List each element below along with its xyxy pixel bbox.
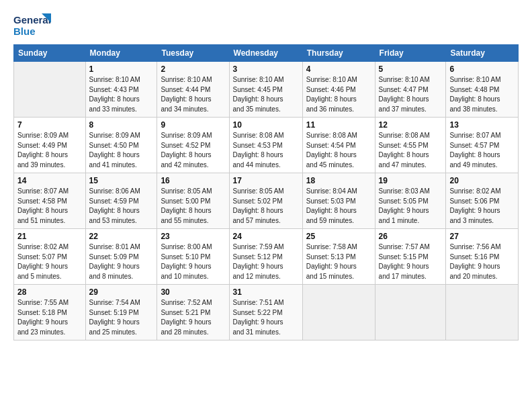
calendar-cell <box>302 285 375 340</box>
day-info: Sunrise: 8:10 AMSunset: 4:46 PMDaylight:… <box>306 75 371 114</box>
day-number: 19 <box>379 176 443 185</box>
day-info: Sunrise: 8:09 AMSunset: 4:49 PMDaylight:… <box>17 131 82 170</box>
day-info: Sunrise: 8:08 AMSunset: 4:54 PMDaylight:… <box>306 131 371 170</box>
day-info: Sunrise: 7:58 AMSunset: 5:13 PMDaylight:… <box>306 242 371 281</box>
day-info: Sunrise: 8:02 AMSunset: 5:06 PMDaylight:… <box>449 187 515 226</box>
day-number: 14 <box>17 176 82 185</box>
day-info: Sunrise: 8:05 AMSunset: 5:02 PMDaylight:… <box>233 187 299 226</box>
day-number: 27 <box>449 232 515 241</box>
calendar-cell <box>375 285 446 340</box>
day-info: Sunrise: 8:08 AMSunset: 4:55 PMDaylight:… <box>379 131 443 170</box>
day-info: Sunrise: 7:57 AMSunset: 5:15 PMDaylight:… <box>379 242 443 281</box>
calendar-table: SundayMondayTuesdayWednesdayThursdayFrid… <box>13 44 519 340</box>
calendar-cell: 18Sunrise: 8:04 AMSunset: 5:03 PMDayligh… <box>302 173 375 229</box>
calendar-cell: 19Sunrise: 8:03 AMSunset: 5:05 PMDayligh… <box>375 173 446 229</box>
calendar-cell: 15Sunrise: 8:06 AMSunset: 4:59 PMDayligh… <box>85 173 157 229</box>
day-number: 6 <box>449 64 515 74</box>
page-container: GeneralBlue SundayMondayTuesdayWednesday… <box>0 0 532 347</box>
day-info: Sunrise: 8:10 AMSunset: 4:48 PMDaylight:… <box>449 75 515 114</box>
day-number: 4 <box>306 64 371 74</box>
day-number: 2 <box>161 64 225 74</box>
day-number: 26 <box>379 232 443 241</box>
logo-svg: GeneralBlue <box>13 12 54 39</box>
calendar-cell: 17Sunrise: 8:05 AMSunset: 5:02 PMDayligh… <box>229 173 302 229</box>
calendar-cell: 28Sunrise: 7:55 AMSunset: 5:18 PMDayligh… <box>14 285 86 340</box>
calendar-cell: 2Sunrise: 8:10 AMSunset: 4:44 PMDaylight… <box>157 62 229 118</box>
col-header-thursday: Thursday <box>302 45 375 62</box>
day-number: 9 <box>161 120 225 130</box>
day-number: 13 <box>449 120 515 130</box>
day-number: 29 <box>89 287 154 297</box>
week-row-1: 1Sunrise: 8:10 AMSunset: 4:43 PMDaylight… <box>14 62 519 118</box>
calendar-cell: 29Sunrise: 7:54 AMSunset: 5:19 PMDayligh… <box>85 285 157 340</box>
calendar-cell: 12Sunrise: 8:08 AMSunset: 4:55 PMDayligh… <box>375 118 446 173</box>
day-info: Sunrise: 8:00 AMSunset: 5:10 PMDaylight:… <box>161 242 225 281</box>
day-info: Sunrise: 8:09 AMSunset: 4:52 PMDaylight:… <box>161 131 225 170</box>
day-info: Sunrise: 8:03 AMSunset: 5:05 PMDaylight:… <box>379 187 443 226</box>
day-number: 7 <box>17 120 82 130</box>
calendar-cell: 8Sunrise: 8:09 AMSunset: 4:50 PMDaylight… <box>85 118 157 173</box>
day-info: Sunrise: 7:55 AMSunset: 5:18 PMDaylight:… <box>17 298 82 337</box>
day-number: 23 <box>161 232 225 241</box>
day-info: Sunrise: 8:05 AMSunset: 5:00 PMDaylight:… <box>161 187 225 226</box>
calendar-cell: 26Sunrise: 7:57 AMSunset: 5:15 PMDayligh… <box>375 229 446 285</box>
day-info: Sunrise: 8:10 AMSunset: 4:45 PMDaylight:… <box>233 75 299 114</box>
calendar-cell: 20Sunrise: 8:02 AMSunset: 5:06 PMDayligh… <box>446 173 519 229</box>
day-number: 21 <box>17 232 82 241</box>
col-header-saturday: Saturday <box>446 45 519 62</box>
day-number: 11 <box>306 120 371 130</box>
calendar-cell: 1Sunrise: 8:10 AMSunset: 4:43 PMDaylight… <box>85 62 157 118</box>
day-info: Sunrise: 7:54 AMSunset: 5:19 PMDaylight:… <box>89 298 154 337</box>
header-row: SundayMondayTuesdayWednesdayThursdayFrid… <box>14 45 519 62</box>
calendar-cell: 30Sunrise: 7:52 AMSunset: 5:21 PMDayligh… <box>157 285 229 340</box>
col-header-tuesday: Tuesday <box>157 45 229 62</box>
day-info: Sunrise: 8:06 AMSunset: 4:59 PMDaylight:… <box>89 187 154 226</box>
calendar-cell: 16Sunrise: 8:05 AMSunset: 5:00 PMDayligh… <box>157 173 229 229</box>
logo: GeneralBlue <box>13 12 54 39</box>
day-info: Sunrise: 8:10 AMSunset: 4:47 PMDaylight:… <box>379 75 443 114</box>
day-number: 5 <box>379 64 443 74</box>
calendar-cell: 25Sunrise: 7:58 AMSunset: 5:13 PMDayligh… <box>302 229 375 285</box>
header: GeneralBlue <box>13 12 519 39</box>
day-info: Sunrise: 8:07 AMSunset: 4:58 PMDaylight:… <box>17 187 82 226</box>
calendar-cell: 3Sunrise: 8:10 AMSunset: 4:45 PMDaylight… <box>229 62 302 118</box>
day-number: 25 <box>306 232 371 241</box>
col-header-monday: Monday <box>85 45 157 62</box>
day-info: Sunrise: 8:02 AMSunset: 5:07 PMDaylight:… <box>17 242 82 281</box>
week-row-4: 21Sunrise: 8:02 AMSunset: 5:07 PMDayligh… <box>14 229 519 285</box>
day-number: 16 <box>161 176 225 185</box>
calendar-cell: 24Sunrise: 7:59 AMSunset: 5:12 PMDayligh… <box>229 229 302 285</box>
day-number: 30 <box>161 287 225 297</box>
calendar-cell: 21Sunrise: 8:02 AMSunset: 5:07 PMDayligh… <box>14 229 86 285</box>
calendar-cell: 6Sunrise: 8:10 AMSunset: 4:48 PMDaylight… <box>446 62 519 118</box>
calendar-cell: 7Sunrise: 8:09 AMSunset: 4:49 PMDaylight… <box>14 118 86 173</box>
col-header-wednesday: Wednesday <box>229 45 302 62</box>
calendar-cell: 13Sunrise: 8:07 AMSunset: 4:57 PMDayligh… <box>446 118 519 173</box>
day-number: 28 <box>17 287 82 297</box>
calendar-cell <box>446 285 519 340</box>
calendar-cell: 22Sunrise: 8:01 AMSunset: 5:09 PMDayligh… <box>85 229 157 285</box>
day-info: Sunrise: 8:10 AMSunset: 4:44 PMDaylight:… <box>161 75 225 114</box>
calendar-cell: 27Sunrise: 7:56 AMSunset: 5:16 PMDayligh… <box>446 229 519 285</box>
day-info: Sunrise: 7:59 AMSunset: 5:12 PMDaylight:… <box>233 242 299 281</box>
day-number: 15 <box>89 176 154 185</box>
day-number: 20 <box>449 176 515 185</box>
col-header-sunday: Sunday <box>14 45 86 62</box>
calendar-cell: 11Sunrise: 8:08 AMSunset: 4:54 PMDayligh… <box>302 118 375 173</box>
svg-text:Blue: Blue <box>13 26 36 37</box>
week-row-5: 28Sunrise: 7:55 AMSunset: 5:18 PMDayligh… <box>14 285 519 340</box>
day-number: 8 <box>89 120 154 130</box>
day-info: Sunrise: 7:51 AMSunset: 5:22 PMDaylight:… <box>233 298 299 337</box>
calendar-cell: 14Sunrise: 8:07 AMSunset: 4:58 PMDayligh… <box>14 173 86 229</box>
day-number: 1 <box>89 64 154 74</box>
day-info: Sunrise: 8:01 AMSunset: 5:09 PMDaylight:… <box>89 242 154 281</box>
calendar-cell: 5Sunrise: 8:10 AMSunset: 4:47 PMDaylight… <box>375 62 446 118</box>
col-header-friday: Friday <box>375 45 446 62</box>
day-number: 10 <box>233 120 299 130</box>
day-info: Sunrise: 8:10 AMSunset: 4:43 PMDaylight:… <box>89 75 154 114</box>
calendar-cell <box>14 62 86 118</box>
day-info: Sunrise: 7:52 AMSunset: 5:21 PMDaylight:… <box>161 298 225 337</box>
calendar-cell: 9Sunrise: 8:09 AMSunset: 4:52 PMDaylight… <box>157 118 229 173</box>
day-info: Sunrise: 7:56 AMSunset: 5:16 PMDaylight:… <box>449 242 515 281</box>
day-number: 3 <box>233 64 299 74</box>
